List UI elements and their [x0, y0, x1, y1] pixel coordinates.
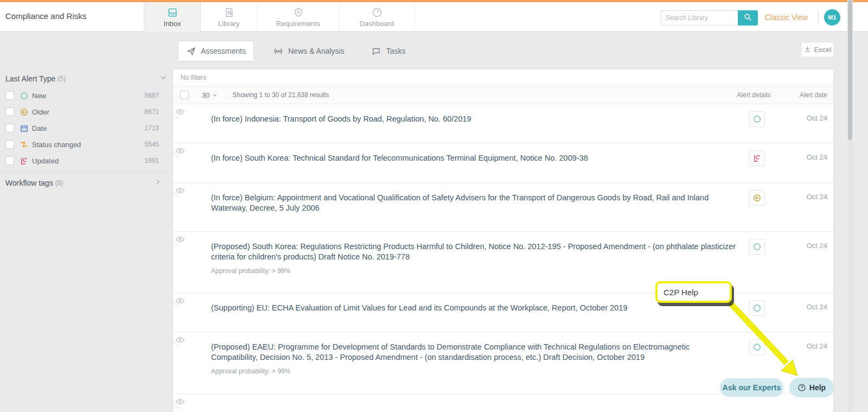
top-header: Compliance and Risks Inbox [0, 2, 868, 31]
approval-probability: Approval probability: > 99% [211, 367, 738, 375]
alert-details-cell [749, 293, 782, 332]
alert-date-cell: Oct 24 [782, 183, 833, 231]
older-status-icon [20, 107, 28, 116]
eye-icon[interactable] [176, 397, 184, 404]
filter-item-older[interactable]: Older8671 [0, 104, 173, 120]
nav-tab-dashboard[interactable]: Dashboard [339, 2, 415, 31]
tab-news-analysis[interactable]: News & Analysis [266, 41, 352, 61]
alert-title-link[interactable]: (In force) Belgium: Appointment and Voca… [211, 193, 738, 213]
changed-status-icon [20, 140, 28, 149]
eye-icon[interactable] [176, 186, 184, 193]
export-excel-button[interactable]: Excel [801, 42, 834, 57]
eye-icon[interactable] [176, 107, 184, 114]
eye-icon[interactable] [176, 296, 184, 303]
older-alert-icon [749, 190, 765, 206]
filter-checkbox[interactable] [5, 107, 14, 116]
help-button-label: Help [809, 383, 826, 392]
results-panel: No filters 30 Showing 1 to 30 of 21,638 … [173, 69, 834, 412]
tab-label: Tasks [386, 47, 406, 55]
page-size-dropdown[interactable]: 30 [202, 91, 218, 99]
filter-group-workflow-tags[interactable]: Workflow tags (8) [5, 175, 162, 191]
scrollbar-thumb[interactable] [848, 0, 852, 140]
active-filters-bar: No filters [173, 69, 833, 86]
list-header: 30 Showing 1 to 30 of 21,638 results Ale… [173, 86, 833, 104]
chat-bubble-icon [372, 46, 381, 56]
alert-title-link[interactable]: (Supporting) EU: ECHA Evaluation of Limi… [211, 303, 738, 313]
result-row[interactable]: (In force) Belgium: Appointment and Voca… [173, 183, 833, 232]
nav-tab-label: Library [218, 20, 240, 28]
search-input[interactable] [661, 10, 738, 26]
filter-count: 5545 [144, 141, 159, 148]
filter-item-date[interactable]: Date1713 [0, 120, 173, 136]
sidebar-divider [0, 172, 173, 173]
tab-tasks[interactable]: Tasks [364, 41, 413, 61]
filter-count: 5687 [144, 92, 159, 99]
row-main: (In force) Belgium: Appointment and Voca… [173, 183, 749, 231]
help-button[interactable]: Help [789, 378, 834, 397]
primary-nav: Inbox Library [144, 2, 415, 31]
filter-group-count: (5) [58, 75, 66, 83]
alert-title-link[interactable]: (Proposed) EAEU: Programme for Developme… [211, 342, 738, 363]
filter-checkbox[interactable] [5, 156, 14, 165]
workflow-tags-title: Workflow tags [5, 179, 53, 187]
alert-title-link[interactable]: (In force) Indonesia: Transport of Goods… [211, 114, 738, 124]
filter-checkbox[interactable] [5, 91, 14, 100]
filter-group-last-alert-type[interactable]: Last Alert Type (5) [5, 74, 167, 84]
user-avatar[interactable]: M1 [824, 9, 840, 26]
row-main: (Proposed) EAEU: Programme for Developme… [173, 332, 749, 394]
alert-details-cell [749, 143, 782, 182]
alert-title-link[interactable]: (In force) South Korea: Technical Standa… [211, 153, 738, 163]
result-row[interactable]: (In force) Indonesia: Transport of Goods… [173, 104, 833, 143]
search-button[interactable] [738, 10, 758, 26]
alert-date-cell: Oct 24 [782, 232, 833, 293]
result-row[interactable]: (In force) South Korea: Technical Standa… [173, 143, 833, 183]
vertical-scrollbar[interactable] [847, 0, 853, 412]
alert-title-link[interactable]: (Proposed) South Korea: Regulations Rest… [211, 242, 738, 262]
select-all-checkbox[interactable] [180, 91, 189, 99]
app-screen: Compliance and Risks Inbox [0, 0, 868, 412]
row-main: (In force) Indonesia: Transport of Goods… [173, 104, 749, 143]
nav-tab-inbox[interactable]: Inbox [144, 2, 201, 31]
nav-tab-library[interactable]: Library [201, 2, 258, 31]
result-row[interactable]: (Supporting) EU: ECHA Evaluation of Limi… [173, 293, 833, 332]
filter-group-title: Last Alert Type [5, 74, 55, 83]
alert-details-cell [749, 104, 782, 143]
alert-date-cell: Oct 24 [782, 104, 833, 143]
eye-icon[interactable] [176, 235, 184, 242]
eye-icon[interactable] [176, 147, 184, 153]
inbox-icon [167, 7, 178, 18]
view-tabs: Assessments News & Analysis [178, 41, 413, 61]
filter-count: 1691 [144, 157, 159, 164]
tab-assessments[interactable]: Assessments [178, 41, 254, 61]
search-icon [744, 13, 752, 23]
export-excel-label: Excel [814, 46, 832, 54]
nav-tab-label: Requirements [276, 20, 320, 28]
classic-view-link[interactable]: Classic View [765, 13, 808, 22]
nav-tab-label: Inbox [164, 20, 181, 28]
ask-our-experts-button[interactable]: Ask our Experts [720, 378, 783, 397]
alert-details-cell [749, 232, 782, 293]
filter-label: Older [32, 108, 49, 116]
filter-count: 1713 [144, 124, 159, 132]
filter-checkbox[interactable] [5, 124, 14, 132]
workflow-tags-count: (8) [55, 179, 63, 187]
row-main: (In force) South Korea: Technical Standa… [173, 143, 749, 182]
filter-item-updated[interactable]: Updated1691 [0, 153, 173, 169]
app-logo-text: Compliance and Risks [5, 11, 86, 21]
library-search [661, 10, 758, 26]
filter-item-new[interactable]: New5687 [0, 87, 173, 104]
result-row[interactable]: (Proposed) South Korea: Regulations Rest… [173, 232, 833, 293]
alert-date-cell: Oct 24 [782, 143, 833, 182]
nav-tab-requirements[interactable]: Requirements [258, 2, 339, 31]
filter-item-status-changed[interactable]: Status changed5545 [0, 136, 173, 153]
broadcast-icon [273, 46, 283, 56]
new-alert-icon [749, 111, 765, 127]
results-count-text: Showing 1 to 30 of 21,638 results [232, 91, 329, 99]
filter-checkbox[interactable] [5, 140, 14, 149]
library-icon [223, 7, 235, 18]
requirements-icon [292, 7, 304, 18]
filter-item-list: New5687Older8671Date1713Status changed55… [0, 87, 173, 169]
column-header-alert-details: Alert details [737, 91, 771, 99]
eye-icon[interactable] [176, 335, 184, 342]
download-icon [804, 46, 811, 54]
